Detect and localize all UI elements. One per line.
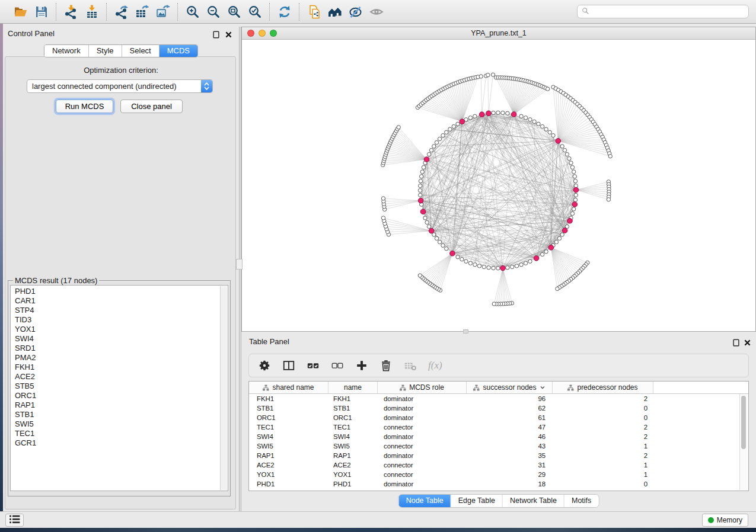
cell-mcds-role: dominator: [378, 480, 467, 488]
task-history-button[interactable]: [5, 514, 24, 527]
column-header-predecessor-nodes[interactable]: predecessor nodes: [553, 382, 653, 393]
float-window-icon[interactable]: [212, 30, 220, 39]
table-row[interactable]: SWI4SWI4dominator462: [249, 432, 748, 441]
horizontal-splitter-grip[interactable]: [463, 329, 468, 334]
show-all-networks-button[interactable]: [326, 4, 344, 20]
toggle-visual-style-button[interactable]: [346, 4, 365, 20]
close-panel-button[interactable]: Close panel: [120, 100, 183, 113]
cell-name: ORC1: [328, 414, 378, 421]
control-panel: Control Panel NetworkStyleSelectMCDS Opt…: [3, 27, 239, 511]
cell-shared-name: ORC1: [249, 414, 328, 421]
mcds-result-item[interactable]: TID3: [15, 315, 228, 325]
export-network-button[interactable]: [112, 4, 130, 20]
cell-mcds-role: connector: [378, 471, 467, 478]
mcds-result-item[interactable]: SWI5: [15, 419, 228, 429]
add-column-button[interactable]: [355, 358, 368, 373]
select-all-rows-button[interactable]: [307, 358, 320, 373]
toolbar-group: [269, 3, 299, 21]
open-file-button[interactable]: [11, 4, 30, 20]
optimization-criterion-select[interactable]: largest connected component (undirected): [27, 79, 213, 93]
cell-name: TEC1: [328, 424, 378, 431]
mcds-result-item[interactable]: STB5: [15, 382, 228, 391]
zoom-in-button[interactable]: [183, 4, 202, 20]
zoom-selected-button[interactable]: [245, 4, 264, 20]
import-network-from-file-button[interactable]: [62, 4, 80, 20]
deselect-all-rows-button[interactable]: [331, 358, 344, 373]
mcds-result-item[interactable]: RAP1: [15, 400, 228, 410]
export-image-button[interactable]: [154, 4, 172, 20]
zoom-out-button[interactable]: [204, 4, 222, 20]
save-session-button[interactable]: [32, 4, 50, 20]
cell-mcds-role: dominator: [378, 395, 467, 402]
table-scrollbar-thumb[interactable]: [741, 396, 746, 449]
column-header-successor-nodes[interactable]: successor nodes: [467, 382, 553, 393]
table-row[interactable]: ACE2ACE2connector311: [249, 460, 748, 470]
node-table: shared namenameMCDS rolesuccessor nodesp…: [248, 381, 749, 491]
refresh-network-view-button[interactable]: [275, 4, 294, 20]
mcds-result-item[interactable]: PHD1: [15, 287, 228, 296]
mcds-result-item[interactable]: FKH1: [15, 363, 228, 372]
zoom-fit-content-button[interactable]: [225, 4, 243, 20]
close-table-panel-icon[interactable]: [743, 338, 751, 347]
tab-motifs[interactable]: Motifs: [564, 495, 598, 507]
export-table-button[interactable]: [133, 4, 151, 20]
table-row[interactable]: RAP1RAP1dominator352: [249, 451, 748, 460]
table-row[interactable]: PHD1PHD1dominator180: [249, 479, 748, 489]
result-list-scrollbar[interactable]: [220, 286, 227, 490]
split-panel-button[interactable]: [282, 358, 295, 373]
memory-button[interactable]: Memory: [702, 514, 748, 527]
mcds-result-item[interactable]: TEC1: [15, 429, 228, 438]
mcds-result-item[interactable]: STP4: [15, 306, 228, 315]
cell-name: SWI5: [328, 443, 378, 450]
mcds-result-list[interactable]: PHD1CAR1STP4TID3YOX1SWI4SRD1PMA2FKH1ACE2…: [10, 285, 228, 491]
mcds-result-item[interactable]: YOX1: [15, 325, 228, 334]
tab-node-table[interactable]: Node Table: [399, 495, 451, 507]
column-header-mcds-role[interactable]: MCDS role: [378, 382, 467, 393]
tab-network-table[interactable]: Network Table: [503, 495, 564, 507]
network-window-titlebar[interactable]: YPA_prune.txt_1: [242, 27, 755, 40]
mcds-result-item[interactable]: GCR1: [15, 438, 228, 448]
mcds-result-item[interactable]: PMA2: [15, 353, 228, 363]
tab-edge-table[interactable]: Edge Table: [451, 495, 503, 507]
cell-mcds-role: dominator: [378, 433, 467, 440]
vertical-splitter-grip[interactable]: [236, 259, 243, 270]
column-label: MCDS role: [409, 383, 444, 392]
export-table-icon: [135, 5, 149, 19]
cell-predecessor-nodes: 0: [553, 414, 653, 421]
column-header-shared-name[interactable]: shared name: [249, 382, 328, 393]
mcds-result-item[interactable]: ACE2: [15, 372, 228, 382]
mcds-result-item[interactable]: SWI4: [15, 334, 228, 344]
delete-columns-button[interactable]: [379, 358, 393, 373]
run-mcds-button[interactable]: Run MCDS: [56, 100, 113, 113]
table-row[interactable]: FKH1FKH1dominator962: [249, 394, 748, 403]
mcds-result-item[interactable]: STB1: [15, 410, 228, 419]
table-scrollbar[interactable]: [739, 394, 748, 490]
search-box[interactable]: [577, 5, 749, 18]
column-header-name[interactable]: name: [328, 382, 378, 393]
table-settings-button[interactable]: [258, 358, 271, 373]
table-row[interactable]: YOX1YOX1connector291: [249, 470, 748, 479]
save-icon: [34, 5, 49, 19]
mcds-result-item[interactable]: ORC1: [15, 391, 228, 400]
cell-predecessor-nodes: 1: [553, 462, 653, 469]
table-row[interactable]: TEC1TEC1connector472: [249, 422, 748, 432]
import-table-from-file-button[interactable]: [82, 4, 101, 20]
network-canvas[interactable]: [242, 40, 755, 331]
clone-network-button[interactable]: [305, 4, 323, 20]
cell-name: PHD1: [328, 480, 378, 488]
mcds-result-item[interactable]: SRD1: [15, 344, 228, 353]
float-table-panel-icon[interactable]: [732, 338, 740, 347]
table-row[interactable]: ORC1ORC1dominator610: [249, 413, 748, 422]
tab-mcds[interactable]: MCDS: [160, 45, 197, 57]
tree-icon: [567, 384, 574, 391]
table-row[interactable]: STB1STB1dominator620: [249, 403, 748, 413]
tab-style[interactable]: Style: [89, 45, 122, 57]
table-row[interactable]: SWI5SWI5connector431: [249, 441, 748, 451]
mcds-result-item[interactable]: CAR1: [15, 296, 228, 306]
close-panel-icon[interactable]: [224, 30, 232, 39]
select-stepper-icon: [201, 80, 212, 92]
tab-network[interactable]: Network: [44, 45, 89, 57]
cell-successor-nodes: 62: [467, 405, 553, 412]
tab-select[interactable]: Select: [122, 45, 160, 57]
search-input[interactable]: [592, 7, 744, 17]
